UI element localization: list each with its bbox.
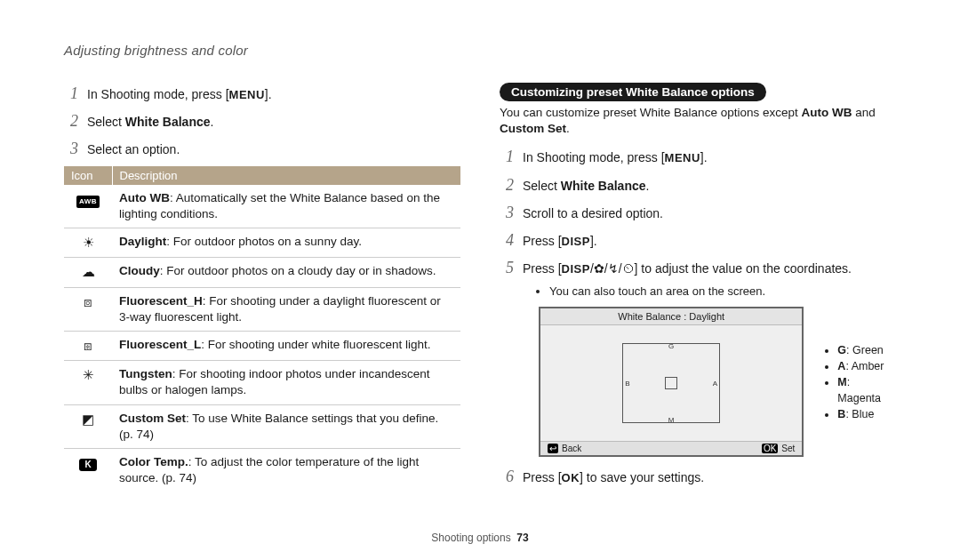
step-text: In Shooting mode, press [ <box>87 87 229 101</box>
step-number: 1 <box>64 83 78 105</box>
col-header-icon: Icon <box>64 166 112 185</box>
white-balance-label: White Balance <box>125 115 211 129</box>
grid-label-b: B <box>625 380 629 388</box>
left-column: 1 In Shooting mode, press [MENU]. 2 Sele… <box>64 83 460 494</box>
step-5: 5 Press [DISP/✿/↯/⏲] to adjust the value… <box>500 257 896 279</box>
wb-icon-cell: ☁ <box>64 258 112 287</box>
disp-button-label: DISP <box>562 262 590 276</box>
table-row: KColor Temp.: To adjust the color temper… <box>64 449 460 492</box>
wb-icon-cell: K <box>64 449 112 492</box>
grid-label-m: M <box>668 416 675 424</box>
menu-button-label: MENU <box>665 151 700 164</box>
right-column: Customizing preset White Balance options… <box>500 83 896 494</box>
auto-wb-icon: AWB <box>76 196 100 209</box>
wb-description-cell: Tungsten: For shooting indoor photos und… <box>112 361 460 404</box>
step-text: Select an option. <box>87 141 460 159</box>
step-text: . <box>211 115 214 129</box>
wb-description-cell: Fluorescent_H: For shooting under a dayl… <box>112 287 460 331</box>
wb-description-cell: Color Temp.: To adjust the color tempera… <box>112 449 460 492</box>
white-balance-label: White Balance <box>561 179 646 193</box>
color-temp-icon: K <box>79 459 96 471</box>
step-3: 3 Select an option. <box>64 138 460 160</box>
col-header-description: Description <box>112 166 460 185</box>
wb-description-cell: Custom Set: To use White Balance setting… <box>112 404 460 448</box>
ok-button-label: OK <box>562 471 580 484</box>
step-number: 2 <box>64 110 78 132</box>
disp-button-label: DISP <box>562 235 590 248</box>
legend-item: B: Blue <box>837 406 896 422</box>
step-1: 1 In Shooting mode, press [MENU]. <box>500 146 896 168</box>
subsection-heading: Customizing preset White Balance options <box>500 83 766 101</box>
back-icon: ↩ <box>548 444 558 453</box>
wb-icon-cell: ⧇ <box>64 287 112 331</box>
step-text: ]. <box>265 87 272 101</box>
table-row: ⧆Fluorescent_L: For shooting under white… <box>64 331 460 360</box>
wb-icon-cell: ⧆ <box>64 331 112 360</box>
grid-label-g: G <box>668 342 674 350</box>
footer-set: OKSet <box>762 444 795 453</box>
wb-icon-cell: ◩ <box>64 404 112 448</box>
step-3: 3 Scroll to a desired option. <box>500 202 896 224</box>
ok-icon: OK <box>762 444 778 453</box>
table-row: ⧇Fluorescent_H: For shooting under a day… <box>64 287 460 331</box>
step-number: 3 <box>64 138 78 160</box>
screen-title: White Balance : Daylight <box>540 308 802 325</box>
wb-description-cell: Daylight: For outdoor photos on a sunny … <box>112 228 460 258</box>
wb-cursor <box>665 377 677 389</box>
wb-icon-cell: ✳ <box>64 361 112 404</box>
two-column-layout: 1 In Shooting mode, press [MENU]. 2 Sele… <box>64 83 896 494</box>
step-2: 2 Select White Balance. <box>500 174 896 196</box>
table-row: ☁Cloudy: For outdoor photos on a cloudy … <box>64 258 460 287</box>
step-1: 1 In Shooting mode, press [MENU]. <box>64 83 460 105</box>
wb-description-cell: Auto WB: Automatically set the White Bal… <box>112 185 460 228</box>
wb-icon-cell: ☀ <box>64 228 112 258</box>
step-2: 2 Select White Balance. <box>64 110 460 132</box>
footer-back: ↩Back <box>548 444 581 453</box>
table-row: ◩Custom Set: To use White Balance settin… <box>64 404 460 448</box>
section-title: Adjusting brightness and color <box>64 43 896 58</box>
step-text: Select <box>87 115 125 129</box>
wb-description-cell: Cloudy: For outdoor photos on a cloudy d… <box>112 258 460 287</box>
legend-item: M: Magenta <box>837 374 896 406</box>
page-footer: Shooting options 73 <box>0 532 960 544</box>
intro-text: You can customize preset White Balance o… <box>500 105 896 137</box>
wb-icon-cell: AWB <box>64 185 112 228</box>
table-row: AWBAuto WB: Automatically set the White … <box>64 185 460 228</box>
step-4: 4 Press [DISP]. <box>500 229 896 252</box>
legend-item: A: Amber <box>837 358 896 374</box>
timer-icon: ⏲ <box>622 261 635 276</box>
camera-lcd-preview: White Balance : Daylight G M B A ↩Back O… <box>539 307 804 457</box>
wb-description-cell: Fluorescent_L: For shooting under white … <box>112 331 460 360</box>
flash-icon: ↯ <box>608 261 619 276</box>
macro-icon: ✿ <box>594 261 604 276</box>
legend-item: G: Green <box>837 342 896 358</box>
table-row: ☀Daylight: For outdoor photos on a sunny… <box>64 228 460 258</box>
table-row: ✳Tungsten: For shooting indoor photos un… <box>64 361 460 404</box>
color-legend: G: GreenA: AmberM: MagentaB: Blue <box>823 342 896 423</box>
wb-adjustment-grid: G M B A <box>622 343 720 423</box>
grid-label-a: A <box>713 380 717 388</box>
menu-button-label: MENU <box>229 88 265 101</box>
step-6: 6 Press [OK] to save your settings. <box>500 466 896 488</box>
step-5-note: You can also touch an area on the screen… <box>549 284 896 298</box>
white-balance-table: Icon Description AWBAuto WB: Automatical… <box>64 166 460 492</box>
